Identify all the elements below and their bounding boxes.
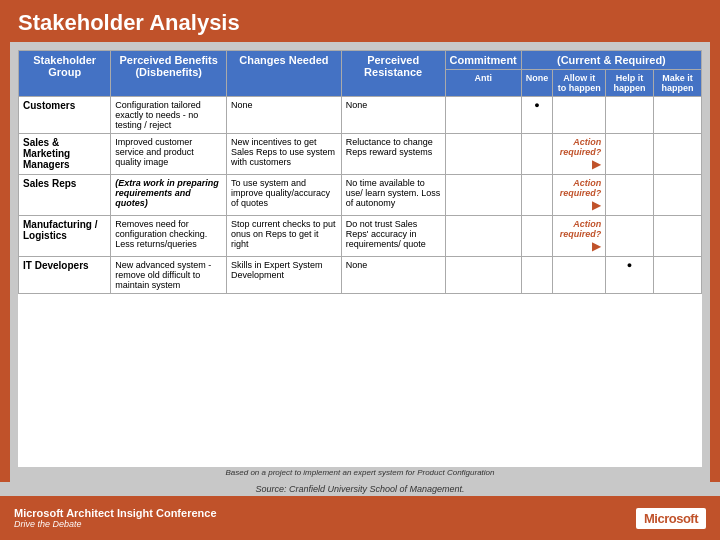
cell-changes: Skills in Expert System Development — [227, 257, 342, 294]
cell-resistance: Reluctance to change Reps reward systems — [341, 134, 445, 175]
cell-make — [653, 257, 701, 294]
cell-allow — [553, 257, 606, 294]
cell-help — [606, 175, 654, 216]
cell-changes: Stop current checks to put onus on Reps … — [227, 216, 342, 257]
cell-anti — [445, 257, 521, 294]
cell-anti — [445, 134, 521, 175]
cell-none: ● — [521, 97, 553, 134]
table-row: Sales & Marketing Managers Improved cust… — [19, 134, 702, 175]
bottom-bar: Microsoft Architect Insight Conference D… — [0, 496, 720, 540]
cell-anti — [445, 97, 521, 134]
cell-benefits: Improved customer service and product qu… — [111, 134, 227, 175]
table-row: Customers Configuration tailored exactly… — [19, 97, 702, 134]
table-wrapper: Stakeholder Group Perceived Benefits (Di… — [18, 50, 702, 467]
col-benefits-header: Perceived Benefits (Disbenefits) — [111, 51, 227, 97]
col-make-header: Make it happen — [653, 70, 701, 97]
cell-resistance: No time available to use/ learn system. … — [341, 175, 445, 216]
cell-allow: Actionrequired? ▶ — [553, 134, 606, 175]
cell-changes: To use system and improve quality/accura… — [227, 175, 342, 216]
page-title: Stakeholder Analysis — [18, 10, 702, 36]
bottom-left: Microsoft Architect Insight Conference D… — [14, 507, 217, 529]
cell-benefits: Configuration tailored exactly to needs … — [111, 97, 227, 134]
cell-resistance: None — [341, 257, 445, 294]
header: Stakeholder Analysis — [0, 0, 720, 42]
cell-make — [653, 97, 701, 134]
cell-group: Manufacturing / Logistics — [19, 216, 111, 257]
conference-name: Microsoft Architect Insight Conference — [14, 507, 217, 519]
cell-changes: None — [227, 97, 342, 134]
cell-group: Customers — [19, 97, 111, 134]
cell-allow: Actionrequired? ▶ — [553, 216, 606, 257]
col-commitment-header: Commitment — [445, 51, 521, 70]
cell-make — [653, 134, 701, 175]
table-row: Sales Reps (Extra work in preparing requ… — [19, 175, 702, 216]
col-changes-header: Changes Needed — [227, 51, 342, 97]
cell-group: Sales Reps — [19, 175, 111, 216]
cell-help — [606, 97, 654, 134]
col-allow-header: Allow it to happen — [553, 70, 606, 97]
microsoft-logo: Microsoft — [636, 508, 706, 529]
source-line: Source: Cranfield University School of M… — [0, 482, 720, 496]
table-body: Customers Configuration tailored exactly… — [19, 97, 702, 294]
cell-allow — [553, 97, 606, 134]
cell-anti — [445, 175, 521, 216]
cell-none — [521, 134, 553, 175]
cell-resistance: None — [341, 97, 445, 134]
cell-make — [653, 216, 701, 257]
col-resistance-header: Perceived Resistance — [341, 51, 445, 97]
tagline: Drive the Debate — [14, 519, 217, 529]
col-group-header: Stakeholder Group — [19, 51, 111, 97]
content-area: Stakeholder Group Perceived Benefits (Di… — [10, 42, 710, 482]
footnote: Based on a project to implement an exper… — [18, 467, 702, 478]
table-row: IT Developers New advanced system - remo… — [19, 257, 702, 294]
cell-benefits: New advanced system - remove old difficu… — [111, 257, 227, 294]
cell-make — [653, 175, 701, 216]
cell-help — [606, 216, 654, 257]
cell-benefits: Removes need for configuration checking.… — [111, 216, 227, 257]
cell-none — [521, 216, 553, 257]
cell-changes: New incentives to get Sales Reps to use … — [227, 134, 342, 175]
source-text: Source: Cranfield University School of M… — [255, 484, 464, 494]
cell-group: IT Developers — [19, 257, 111, 294]
col-none-header: None — [521, 70, 553, 97]
stakeholder-table: Stakeholder Group Perceived Benefits (Di… — [18, 50, 702, 294]
table-row: Manufacturing / Logistics Removes need f… — [19, 216, 702, 257]
col-help-header: Help it happen — [606, 70, 654, 97]
cell-anti — [445, 216, 521, 257]
cell-allow: Actionrequired? ▶ — [553, 175, 606, 216]
col-anti-header: Anti — [445, 70, 521, 97]
cell-resistance: Do not trust Sales Reps' accuracy in req… — [341, 216, 445, 257]
cell-none — [521, 175, 553, 216]
col-current-required-header: (Current & Required) — [521, 51, 701, 70]
cell-group: Sales & Marketing Managers — [19, 134, 111, 175]
cell-help: ● — [606, 257, 654, 294]
cell-none — [521, 257, 553, 294]
cell-benefits: (Extra work in preparing requirements an… — [111, 175, 227, 216]
cell-help — [606, 134, 654, 175]
page: Stakeholder Analysis Stakeholder Group P… — [0, 0, 720, 540]
